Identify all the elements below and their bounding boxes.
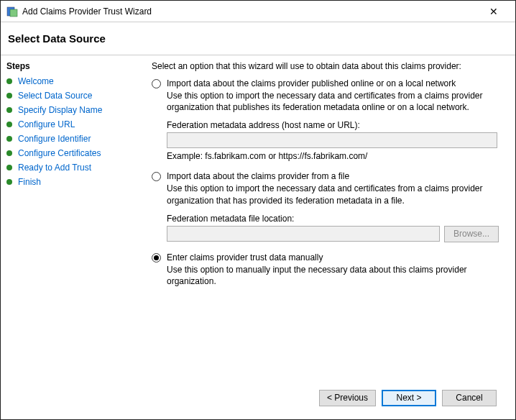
bullet-icon [6,136,12,142]
option-label: Import data about the claims provider fr… [167,171,349,181]
close-icon[interactable]: ✕ [478,6,510,17]
page-header: Select Data Source [1,22,515,55]
metadata-url-label: Federation metadata address (host name o… [167,120,507,130]
bullet-icon [6,78,12,84]
titlebar: Add Claims Provider Trust Wizard ✕ [1,1,515,22]
step-configure-certificates[interactable]: Configure Certificates [5,146,133,160]
step-specify-display-name[interactable]: Specify Display Name [5,103,133,117]
metadata-file-input [167,226,440,242]
steps-sidebar: Steps Welcome Select Data Source Specify… [1,55,137,419]
browse-button: Browse... [444,226,499,242]
step-label: Select Data Source [18,91,92,101]
step-label: Finish [18,177,41,187]
bullet-icon [6,150,12,156]
step-select-data-source[interactable]: Select Data Source [5,88,133,103]
app-icon [6,6,18,17]
bullet-icon [6,122,12,127]
step-finish[interactable]: Finish [5,175,133,189]
steps-label: Steps [5,60,133,74]
option-desc: Use this option to manually input the ne… [167,264,507,287]
option-desc: Use this option to import the necessary … [167,183,507,206]
content-pane: Select an option that this wizard will u… [137,55,515,419]
radio-import-online[interactable] [152,79,161,88]
step-label: Configure URL [18,119,75,129]
option-import-file: Import data about the claims provider fr… [152,171,507,242]
body: Steps Welcome Select Data Source Specify… [1,55,515,419]
option-label: Enter claims provider trust data manuall… [167,252,323,262]
cancel-button[interactable]: Cancel [442,390,497,406]
footer-buttons: < Previous Next > Cancel [152,382,507,414]
step-configure-identifier[interactable]: Configure Identifier [5,132,133,146]
intro-text: Select an option that this wizard will u… [152,61,507,71]
bullet-icon [6,165,12,170]
metadata-file-label: Federation metadata file location: [167,214,507,224]
page-title: Select Data Source [8,32,508,45]
step-label: Ready to Add Trust [18,163,91,173]
step-configure-url[interactable]: Configure URL [5,117,133,132]
option-manual: Enter claims provider trust data manuall… [152,252,507,287]
radio-import-file[interactable] [152,172,161,181]
radio-manual[interactable] [152,253,161,262]
window-title: Add Claims Provider Trust Wizard [22,6,478,17]
wizard-window: Add Claims Provider Trust Wizard ✕ Selec… [0,0,516,420]
bullet-icon [6,93,12,99]
step-welcome[interactable]: Welcome [5,74,133,88]
next-button[interactable]: Next > [382,390,436,406]
bullet-icon [6,179,12,185]
step-ready-to-add-trust[interactable]: Ready to Add Trust [5,160,133,175]
option-label: Import data about the claims provider pu… [167,78,456,88]
option-import-online: Import data about the claims provider pu… [152,78,507,161]
metadata-url-hint: Example: fs.fabrikam.com or https://fs.f… [167,151,507,161]
previous-button[interactable]: < Previous [319,390,376,406]
step-label: Specify Display Name [18,105,102,115]
step-label: Configure Identifier [18,134,91,144]
svg-rect-1 [10,9,17,17]
step-label: Configure Certificates [18,148,101,158]
bullet-icon [6,107,12,113]
option-desc: Use this option to import the necessary … [167,90,507,113]
step-label: Welcome [18,76,54,86]
metadata-url-input [167,132,497,148]
